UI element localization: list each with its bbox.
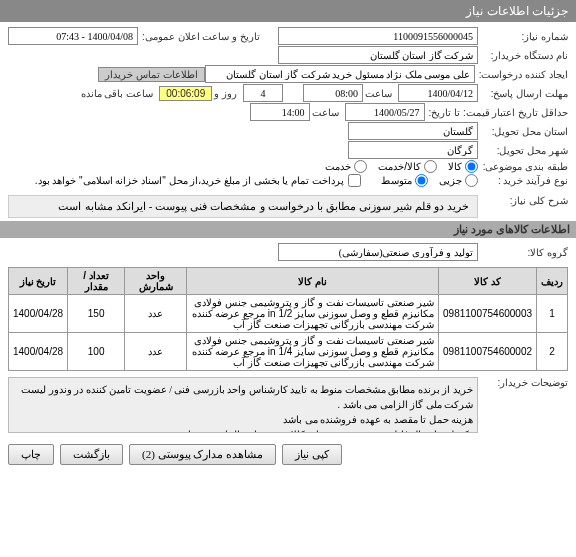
validity-label: حداقل تاریخ اعتبار قیمت: تا تاریخ: xyxy=(425,107,568,118)
main-desc-label: شرح کلی نیاز: xyxy=(478,195,568,206)
table-row[interactable]: 10981100754600003شیر صنعتی تاسیسات نفت و… xyxy=(9,295,568,333)
contact-button[interactable]: اطلاعات تماس خریدار xyxy=(98,67,205,82)
creator-input xyxy=(205,65,475,83)
back-button[interactable]: بازگشت xyxy=(60,444,123,465)
col-date: تاریخ نیاز xyxy=(9,268,68,295)
cell-n: 2 xyxy=(537,333,568,371)
col-row: ردیف xyxy=(537,268,568,295)
group-label: گروه کالا: xyxy=(478,247,568,258)
cell-qty: 100 xyxy=(68,333,125,371)
cell-code: 0981100754600002 xyxy=(439,333,537,371)
cell-n: 1 xyxy=(537,295,568,333)
countdown-timer: 00:06:09 xyxy=(159,86,212,101)
radio-small[interactable] xyxy=(465,174,478,187)
attachments-button[interactable]: مشاهده مدارک پیوستی (2) xyxy=(129,444,276,465)
radio-good-service[interactable] xyxy=(424,160,437,173)
cell-unit: عدد xyxy=(125,333,187,371)
group-input xyxy=(278,243,478,261)
col-code: کد کالا xyxy=(439,268,537,295)
goods-section-header: اطلاعات کالاهای مورد نیاز xyxy=(0,221,576,238)
radio-small-label: جزیی xyxy=(439,175,462,186)
radio-medium-label: متوسط xyxy=(381,175,412,186)
buyer-input xyxy=(278,46,478,64)
budget-label: طبقه بندی موضوعی: xyxy=(478,161,568,172)
buyer-label: نام دستگاه خریدار: xyxy=(478,50,568,61)
print-button[interactable]: چاپ xyxy=(8,444,54,465)
cell-unit: عدد xyxy=(125,295,187,333)
radio-service[interactable] xyxy=(354,160,367,173)
remain-days xyxy=(243,84,283,102)
treasury-checkbox[interactable] xyxy=(348,174,361,187)
copy-need-button[interactable]: کپی نیاز xyxy=(282,444,342,465)
process-label: نوع فرآیند خرید : xyxy=(478,175,568,186)
pub-date-label: تاریخ و ساعت اعلان عمومی: xyxy=(138,31,260,42)
window-title: جزئیات اطلاعات نیاز xyxy=(0,0,576,22)
validity-time-input[interactable] xyxy=(250,103,310,121)
cell-date: 1400/04/28 xyxy=(9,295,68,333)
pay-note: پرداخت تمام یا بخشی از مبلغ خرید،از محل … xyxy=(35,175,348,186)
days-and-label: روز و xyxy=(212,88,243,99)
notes-textarea[interactable] xyxy=(8,377,478,433)
radio-medium[interactable] xyxy=(415,174,428,187)
radio-goods-label: کالا xyxy=(448,161,462,172)
notes-label: توضیحات خریدار: xyxy=(478,377,568,388)
time-label-2: ساعت xyxy=(310,107,345,118)
main-desc: خرید دو قلم شیر سوزنی مطابق با درخواست و… xyxy=(8,195,478,218)
radio-goods[interactable] xyxy=(465,160,478,173)
delivery-city-input[interactable] xyxy=(348,141,478,159)
cell-qty: 150 xyxy=(68,295,125,333)
table-row[interactable]: 20981100754600002شیر صنعتی تاسیسات نفت و… xyxy=(9,333,568,371)
need-no-input xyxy=(278,27,478,45)
goods-table: ردیف کد کالا نام کالا واحد شمارش تعداد /… xyxy=(8,267,568,371)
col-unit: واحد شمارش xyxy=(125,268,187,295)
delivery-city-label: شهر محل تحویل: xyxy=(478,145,568,156)
col-name: نام کالا xyxy=(187,268,439,295)
col-qty: تعداد / مقدار xyxy=(68,268,125,295)
cell-date: 1400/04/28 xyxy=(9,333,68,371)
radio-service-label: خدمت xyxy=(325,161,351,172)
remain-suffix: ساعت باقی مانده xyxy=(79,88,160,99)
validity-date-input[interactable] xyxy=(345,103,425,121)
cell-name: شیر صنعتی تاسیسات نفت و گاز و پتروشیمی ج… xyxy=(187,333,439,371)
pub-date-input xyxy=(8,27,138,45)
delivery-state-label: استان محل تحویل: xyxy=(478,126,568,137)
deadline-time-input[interactable] xyxy=(303,84,363,102)
cell-name: شیر صنعتی تاسیسات نفت و گاز و پتروشیمی ج… xyxy=(187,295,439,333)
radio-good-service-label: کالا/خدمت xyxy=(378,161,421,172)
time-label-1: ساعت xyxy=(363,88,398,99)
delivery-state-input[interactable] xyxy=(348,122,478,140)
deadline-date-input[interactable] xyxy=(398,84,478,102)
creator-label: ایجاد کننده درخواست: xyxy=(475,69,568,80)
need-no-label: شماره نیاز: xyxy=(478,31,568,42)
cell-code: 0981100754600003 xyxy=(439,295,537,333)
deadline-label: مهلت ارسال پاسخ: xyxy=(478,88,568,99)
